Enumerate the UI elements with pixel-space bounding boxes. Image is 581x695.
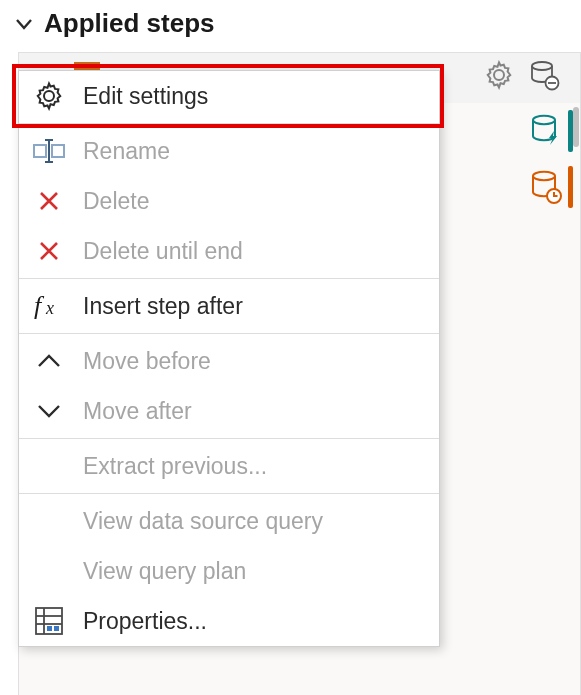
svg-text:f: f bbox=[34, 292, 45, 320]
menu-extract-previous[interactable]: Extract previous... bbox=[19, 441, 439, 491]
menu-edit-settings[interactable]: Edit settings bbox=[19, 71, 439, 121]
svg-rect-22 bbox=[47, 626, 52, 631]
menu-label: Move before bbox=[83, 348, 429, 375]
menu-rename[interactable]: Rename bbox=[19, 126, 439, 176]
step-database-remove-icon[interactable] bbox=[528, 59, 560, 97]
menu-delete[interactable]: Delete bbox=[19, 176, 439, 226]
svg-rect-1 bbox=[75, 63, 99, 70]
fx-icon: f x bbox=[31, 292, 67, 320]
applied-steps-title: Applied steps bbox=[44, 8, 214, 39]
svg-point-9 bbox=[533, 172, 555, 180]
svg-point-8 bbox=[533, 116, 555, 124]
database-clock-icon[interactable] bbox=[529, 166, 573, 208]
menu-label: Edit settings bbox=[83, 83, 429, 110]
menu-view-data-source-query[interactable]: View data source query bbox=[19, 496, 439, 546]
menu-label: Insert step after bbox=[83, 293, 429, 320]
svg-rect-12 bbox=[52, 145, 64, 157]
steps-scrollbar[interactable] bbox=[573, 107, 579, 147]
menu-move-before[interactable]: Move before bbox=[19, 336, 439, 386]
chevron-down-icon bbox=[31, 402, 67, 420]
menu-separator bbox=[19, 123, 439, 124]
menu-label: View query plan bbox=[83, 558, 429, 585]
menu-separator bbox=[19, 333, 439, 334]
menu-view-query-plan[interactable]: View query plan bbox=[19, 546, 439, 596]
menu-properties[interactable]: Properties... bbox=[19, 596, 439, 646]
step-context-menu: Edit settings Rename Delete Delete until… bbox=[18, 70, 440, 647]
menu-delete-until-end[interactable]: Delete until end bbox=[19, 226, 439, 276]
menu-label: Move after bbox=[83, 398, 429, 425]
menu-separator bbox=[19, 493, 439, 494]
menu-label: Delete bbox=[83, 188, 429, 215]
menu-insert-step-after[interactable]: f x Insert step after bbox=[19, 281, 439, 331]
chevron-up-icon bbox=[31, 352, 67, 370]
menu-separator bbox=[19, 438, 439, 439]
menu-label: Properties... bbox=[83, 608, 429, 635]
menu-label: View data source query bbox=[83, 508, 429, 535]
properties-icon bbox=[31, 606, 67, 636]
svg-point-5 bbox=[532, 62, 552, 70]
collapse-chevron-icon[interactable] bbox=[14, 14, 34, 34]
menu-move-after[interactable]: Move after bbox=[19, 386, 439, 436]
menu-label: Extract previous... bbox=[83, 453, 429, 480]
svg-rect-23 bbox=[54, 626, 59, 631]
svg-rect-11 bbox=[34, 145, 46, 157]
side-bar-orange bbox=[568, 166, 573, 208]
side-bar-teal bbox=[568, 110, 573, 152]
database-bolt-icon[interactable] bbox=[529, 110, 573, 152]
delete-icon bbox=[31, 189, 67, 213]
rename-icon bbox=[31, 139, 67, 163]
svg-text:x: x bbox=[45, 298, 54, 318]
applied-steps-header: Applied steps bbox=[0, 0, 581, 49]
menu-separator bbox=[19, 278, 439, 279]
menu-label: Delete until end bbox=[83, 238, 429, 265]
delete-icon bbox=[31, 239, 67, 263]
step-settings-gear-icon[interactable] bbox=[484, 60, 514, 96]
side-icons bbox=[529, 110, 573, 208]
gear-icon bbox=[31, 81, 67, 111]
menu-label: Rename bbox=[83, 138, 429, 165]
